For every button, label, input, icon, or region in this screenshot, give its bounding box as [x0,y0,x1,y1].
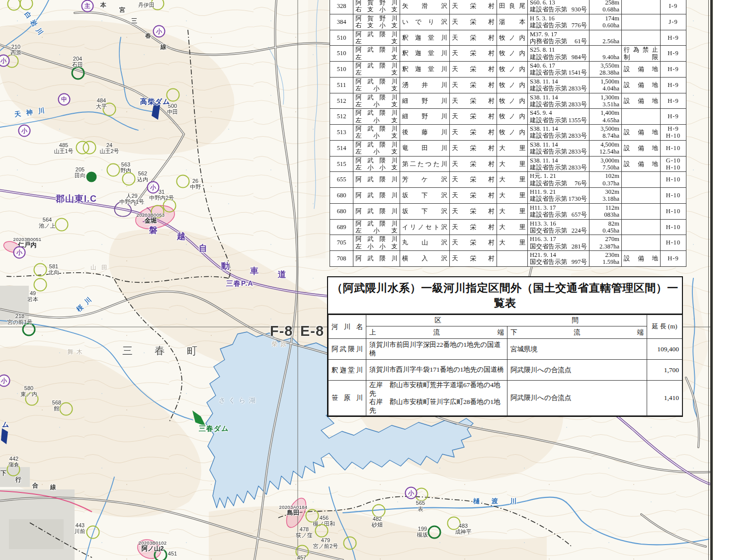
grid-reference: H-9 [661,109,686,125]
stream-no: 513 [330,125,353,141]
length-area: 4,500m12.54ha [589,140,622,156]
hwy-char-label: 越 [177,231,185,242]
restriction-note [622,30,661,46]
locality: 湯本 [497,14,528,30]
grid-reference: H-10 [661,219,686,235]
stream-name: 後藤川 [400,125,450,141]
designation-notice: H11. 9. 21建設省告示第1730号 [528,188,589,204]
spot-label: 562込内 [137,170,148,183]
road-class-symbol: 小 [405,487,418,499]
locality: 大里 [497,172,528,188]
grid-reference: H-10 [661,172,686,188]
spot-label: 210西原 [10,44,21,56]
locality: 大里 [497,203,528,219]
stream-name: 横入沢 [400,251,450,267]
lower-end: 阿武隈川への合流点 [507,360,647,381]
gridref-label: F-8 [270,323,293,339]
place-label: 丹伊田 [138,1,155,9]
section-row: 釈迦堂川須賀川市西川字牛袋171番地の1地先の国道橋阿武隈川への合流点1,700 [329,360,682,381]
stream-name: 釈迦堂川 [400,46,450,62]
restriction-note: 設備地 [622,62,661,78]
spot-marker [315,524,329,538]
restriction-note: 設備地 [622,77,661,93]
spot-label: 485山王1号 [54,142,73,155]
restriction-note [622,172,661,188]
spot-marker [86,526,100,539]
header-river-name: 河川名 [329,315,366,339]
spot-label: 49岩本 [27,290,38,303]
length-area: 230m1.59ha [589,251,622,267]
hwy-big-label: 郡山東I.C [56,193,97,205]
stream-name: 湧井川 [400,77,450,93]
header-length: 延 長 (m) [647,315,682,339]
village: 天栄村 [450,156,497,172]
spot-label: 483成神平 [455,523,472,535]
river-system: 阿武隈川 [353,188,400,204]
stream-row: 384阿賀野川右支小支いでり沢天栄村湯本H 5. 3. 16建設省告示第776号… [330,14,686,30]
river-name: 釈迦堂川 [329,360,366,381]
stream-row: 328阿賀野川右支小支矢滑沢天栄村田良尾S60. 6. 13建設省告示第930号… [330,0,686,14]
spot-label: 568館 [52,400,61,412]
spot-marker [83,141,96,155]
header-section: 区 間 [366,315,647,326]
river-system: 阿武隈川左小支 [353,109,400,125]
road-char-label: 線 [50,483,56,491]
stream-row: 680阿武隈川坂下沢天栄村大里H11. 9. 21建設省告示第1730号302m… [330,188,686,204]
hwy-mid-label: 三春P.A [226,279,253,288]
dam-blue-label: 高柴ダム [140,97,170,106]
road-char-label: 下 [0,469,6,478]
restriction-note: 設備地 [622,156,661,172]
grid-reference: J-9 [661,14,686,30]
spot-label: 451 [168,551,177,557]
spot-label: 443川前 [75,522,85,535]
stream-name: 細野川 [400,109,450,125]
stream-row: 705阿武隈川左小小支丸山沢天栄村大里H16. 3. 17国交省告示第281号2… [330,235,686,251]
stream-row: 513阿武隈川左小支後藤川天栄村牧ノ内S38. 11. 14建設省告示第2833… [330,125,686,141]
stream-row: 510阿武隈川左支釈迦堂川天栄村牧ノ内M37. 9. 17内務省告示第61号 2… [330,30,686,46]
spot-marker [55,218,69,232]
designated-zone-label: 20203B0053金堀 [137,213,165,225]
spot-label: 218宮の前1号 [7,313,32,325]
stream-no: 655 [330,172,353,188]
restriction-note [622,0,661,14]
header-lower-end: 下流端 [507,326,647,339]
section-row: 笹原川左岸 郡山市安積町荒井字道場67番地の4地先右岸 郡山市安積町笹川字広町2… [329,381,682,416]
stream-no: 514 [330,140,353,156]
sheet-margin [714,0,756,560]
upper-end: 須賀川市西川字牛袋171番地の1地先の国道橋 [366,360,507,381]
road-char-label: 行 [15,476,21,484]
upper-end: 須賀川市前田川字深田22番地の1地先の国道橋 [366,339,507,360]
locality: 大里 [497,235,528,251]
designated-zone-label: 20203A0184島田 [279,505,308,517]
table-abukuma-sections: （阿武隈川水系）一級河川指定区間外（国土交通省直轄管理区間）一覧表 河川名 区 … [327,276,683,417]
village: 天栄村 [450,203,497,219]
stream-no: 708 [330,251,353,267]
length-area: 270m2.387ha [589,235,622,251]
stream-row: 510阿武隈川左支釈迦堂川天栄村牧ノ内S40. 6. 17建設省告示第1541号… [330,62,686,78]
stream-no: 384 [330,14,353,30]
grid-reference: H-9 [661,77,686,93]
stream-row: 510阿武隈川左支釈迦堂川天栄村牧ノ内S25. 8. 11建設省告示第984号 … [330,46,686,62]
grid-reference: H-9 [661,251,686,267]
header-upper-end: 上流端 [366,326,507,339]
length-area: 2.56ha [589,30,622,46]
road-char-label: 春 [145,32,151,40]
river-system: 阿武隈川左小小支 [353,235,400,251]
restriction-note: 行為禁止制限 [622,46,661,62]
stream-name: 釈迦堂川 [400,62,450,78]
length-area: 174m0.60ha [589,14,622,30]
faint-label: 山田 [90,263,112,272]
designation-notice: M37. 9. 17内務省告示第61号 [528,30,589,46]
road-class-symbol: 中 [58,93,71,106]
road-char-label: 本 [100,1,106,9]
river-system: 阿武隈川左小支 [353,219,400,235]
designated-zone-label: 20203B0102阿ノ山2 [139,541,167,553]
locality: 大里 [497,219,528,235]
road-class-symbol: 小 [13,246,26,259]
spot-label: 24山王2号 [99,142,119,155]
designation-notice: S60. 6. 13建設省告示第930号 [528,0,589,14]
designation-notice: H11. 3. 17建設省告示第657号 [528,203,589,219]
designation-notice: H13. 3. 16国交省告示第224号 [528,219,589,235]
locality: 牧ノ内 [497,93,528,109]
road-class-symbol: 主 [82,0,94,12]
